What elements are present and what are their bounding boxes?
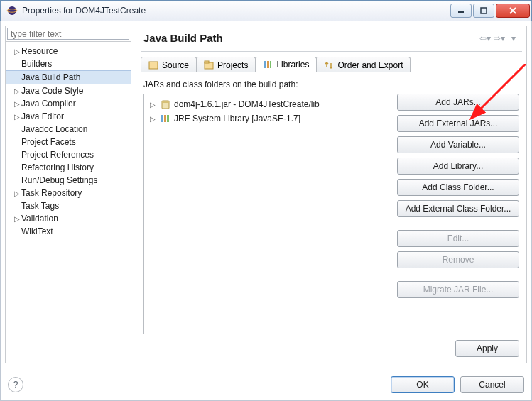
- nav-label: Project References: [21, 150, 94, 160]
- add-variable-button[interactable]: Add Variable...: [397, 136, 519, 153]
- nav-item-javadoc-location[interactable]: Javadoc Location: [6, 123, 131, 136]
- eclipse-icon: [6, 5, 18, 16]
- nav-item-wikitext[interactable]: WikiText: [6, 225, 131, 238]
- titlebar: Properties for DOM4JTestCreate: [0, 0, 532, 21]
- minimize-button[interactable]: [450, 4, 472, 18]
- nav-label: Task Tags: [21, 201, 59, 211]
- order-export-icon: [324, 60, 334, 70]
- library-buttons: Add JARs... Add External JARs... Add Var…: [397, 94, 519, 334]
- close-button[interactable]: [496, 4, 530, 18]
- filter-input[interactable]: [7, 28, 129, 40]
- window-body: ▷Resource Builders Java Build Path ▷Java…: [0, 21, 532, 401]
- nav-list: ▷Resource Builders Java Build Path ▷Java…: [6, 42, 131, 363]
- window-buttons: [449, 4, 530, 18]
- tree-node-jre[interactable]: ▷ JRE System Library [JavaSE-1.7]: [147, 111, 388, 126]
- nav-item-project-facets[interactable]: Project Facets: [6, 136, 131, 148]
- nav-label: Task Repository: [21, 188, 82, 198]
- tree-node-label: JRE System Library [JavaSE-1.7]: [174, 114, 300, 123]
- forward-icon[interactable]: ⇨▾: [494, 33, 505, 44]
- svg-rect-6: [149, 62, 158, 69]
- svg-rect-8: [205, 61, 209, 63]
- nav-label: Builders: [21, 59, 52, 69]
- tab-order-export[interactable]: Order and Export: [316, 57, 411, 72]
- window-title: Properties for DOM4JTestCreate: [22, 6, 449, 16]
- tree-node-jar[interactable]: ▷ dom4j-1.6.1.jar - DOM4JTestCreate/lib: [147, 97, 388, 111]
- nav-filter: [6, 26, 131, 42]
- add-external-class-folder-button[interactable]: Add External Class Folder...: [397, 200, 519, 217]
- add-library-button[interactable]: Add Library...: [397, 158, 519, 175]
- nav-item-task-tags[interactable]: Task Tags: [6, 199, 131, 212]
- tab-source[interactable]: Source: [141, 57, 197, 72]
- nav-item-validation[interactable]: ▷Validation: [6, 212, 131, 225]
- dialog-footer: ? OK Cancel: [5, 368, 527, 396]
- nav-item-resource[interactable]: ▷Resource: [6, 45, 131, 57]
- svg-rect-16: [167, 115, 169, 122]
- nav-item-run-debug[interactable]: Run/Debug Settings: [6, 174, 131, 187]
- add-jars-button[interactable]: Add JARs...: [397, 94, 519, 111]
- page-title: Java Build Path: [143, 32, 479, 44]
- main-panel: Java Build Path ⇦▾ ⇨▾ ▾ Source Projects …: [136, 26, 527, 363]
- tab-projects[interactable]: Projects: [196, 57, 256, 72]
- nav-label: Java Code Style: [21, 86, 83, 96]
- ok-button[interactable]: OK: [391, 376, 455, 393]
- nav-item-refactoring-history[interactable]: Refactoring History: [6, 161, 131, 174]
- jar-icon: [160, 99, 171, 110]
- apply-button[interactable]: Apply: [455, 340, 519, 357]
- jre-library-icon: [160, 113, 171, 124]
- tab-label: Projects: [217, 60, 248, 70]
- nav-label: Java Compiler: [21, 99, 76, 109]
- svg-rect-11: [270, 61, 271, 68]
- svg-rect-9: [264, 61, 266, 68]
- nav-item-java-build-path[interactable]: Java Build Path: [6, 70, 131, 84]
- tab-libraries[interactable]: Libraries: [255, 57, 317, 72]
- migrate-jar-button: Migrate JAR File...: [397, 281, 519, 298]
- jars-tree[interactable]: ▷ dom4j-1.6.1.jar - DOM4JTestCreate/lib …: [143, 94, 391, 334]
- nav-item-task-repository[interactable]: ▷Task Repository: [6, 187, 131, 199]
- projects-icon: [204, 60, 214, 70]
- main-header: Java Build Path ⇦▾ ⇨▾ ▾: [136, 26, 526, 51]
- back-icon[interactable]: ⇦▾: [479, 33, 491, 44]
- nav-label: WikiText: [21, 226, 53, 236]
- nav-item-project-references[interactable]: Project References: [6, 148, 131, 161]
- nav-label: Javadoc Location: [21, 124, 87, 134]
- tab-label: Source: [162, 60, 189, 70]
- nav-label: Project Facets: [21, 137, 76, 147]
- nav-label: Validation: [21, 214, 58, 224]
- nav-label: Run/Debug Settings: [21, 175, 97, 185]
- edit-button: Edit...: [397, 230, 519, 247]
- add-class-folder-button[interactable]: Add Class Folder...: [397, 179, 519, 196]
- nav-label: Resource: [21, 46, 58, 56]
- nav-label: Java Editor: [21, 111, 64, 121]
- svg-rect-14: [161, 115, 163, 122]
- help-icon[interactable]: ?: [8, 377, 23, 392]
- menu-icon[interactable]: ▾: [508, 33, 519, 44]
- remove-button: Remove: [397, 251, 519, 268]
- svg-rect-10: [267, 61, 269, 68]
- tab-label: Order and Export: [337, 60, 403, 70]
- add-external-jars-button[interactable]: Add External JARs...: [397, 115, 519, 132]
- tab-body-libraries: JARs and class folders on the build path…: [136, 72, 526, 363]
- cancel-button[interactable]: Cancel: [460, 376, 524, 393]
- source-icon: [148, 60, 158, 70]
- svg-rect-3: [481, 8, 487, 13]
- nav-tree: ▷Resource Builders Java Build Path ▷Java…: [5, 26, 131, 363]
- svg-point-0: [8, 6, 16, 15]
- nav-item-builders[interactable]: Builders: [6, 57, 131, 70]
- libraries-icon: [263, 60, 273, 70]
- nav-item-java-editor[interactable]: ▷Java Editor: [6, 110, 131, 123]
- jars-caption: JARs and class folders on the build path…: [143, 79, 519, 89]
- tree-node-label: dom4j-1.6.1.jar - DOM4JTestCreate/lib: [174, 99, 320, 109]
- svg-rect-15: [164, 115, 166, 122]
- svg-rect-13: [162, 101, 169, 103]
- nav-item-java-compiler[interactable]: ▷Java Compiler: [6, 97, 131, 110]
- tab-label: Libraries: [276, 60, 309, 70]
- maximize-button[interactable]: [473, 4, 494, 18]
- tabbar: Source Projects Libraries Order and Expo…: [136, 52, 526, 72]
- nav-label: Refactoring History: [21, 163, 94, 172]
- nav-label: Java Build Path: [21, 72, 80, 82]
- nav-item-java-code-style[interactable]: ▷Java Code Style: [6, 84, 131, 97]
